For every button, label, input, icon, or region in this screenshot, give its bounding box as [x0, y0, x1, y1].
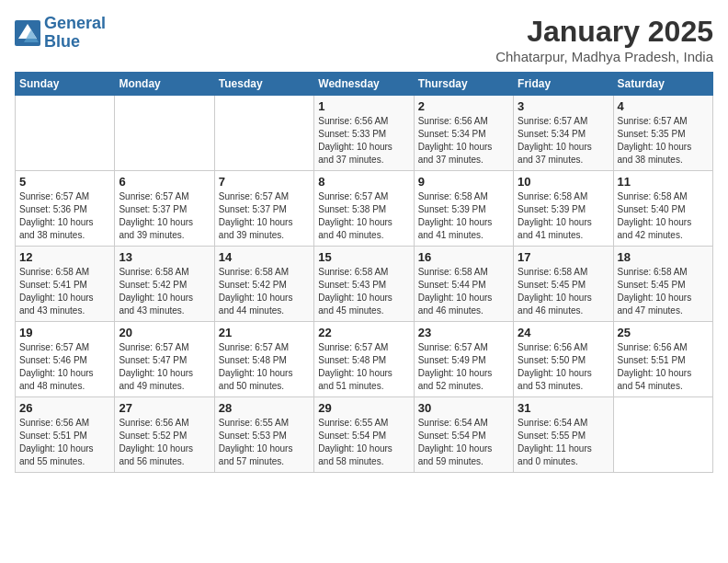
cell-text: Sunrise: 6:57 AMSunset: 5:48 PMDaylight:… — [219, 341, 310, 393]
day-number: 20 — [119, 326, 210, 339]
cell-text: Sunrise: 6:56 AMSunset: 5:51 PMDaylight:… — [19, 417, 110, 468]
calendar-cell: 26Sunrise: 6:56 AMSunset: 5:51 PMDayligh… — [16, 397, 115, 473]
day-number: 10 — [518, 175, 609, 189]
cell-text: Sunrise: 6:57 AMSunset: 5:48 PMDaylight:… — [318, 341, 409, 393]
calendar-cell: 14Sunrise: 6:58 AMSunset: 5:42 PMDayligh… — [214, 247, 313, 322]
calendar-cell — [115, 96, 214, 171]
calendar-cell: 29Sunrise: 6:55 AMSunset: 5:54 PMDayligh… — [314, 397, 414, 473]
calendar-cell: 22Sunrise: 6:57 AMSunset: 5:48 PMDayligh… — [314, 322, 414, 397]
day-number: 14 — [219, 250, 310, 264]
day-number: 1 — [318, 99, 409, 113]
calendar-cell: 4Sunrise: 6:57 AMSunset: 5:35 PMDaylight… — [613, 96, 712, 171]
calendar-title: January 2025 — [495, 15, 713, 49]
cell-text: Sunrise: 6:56 AMSunset: 5:33 PMDaylight:… — [318, 115, 409, 167]
cell-text: Sunrise: 6:56 AMSunset: 5:50 PMDaylight:… — [518, 341, 609, 393]
day-number: 11 — [618, 175, 709, 189]
calendar-cell: 20Sunrise: 6:57 AMSunset: 5:47 PMDayligh… — [115, 322, 214, 397]
cell-text: Sunrise: 6:57 AMSunset: 5:37 PMDaylight:… — [119, 190, 210, 242]
cell-text: Sunrise: 6:58 AMSunset: 5:45 PMDaylight:… — [518, 266, 609, 317]
calendar-cell: 31Sunrise: 6:54 AMSunset: 5:55 PMDayligh… — [514, 397, 613, 473]
weekday-header: Tuesday — [214, 73, 313, 96]
weekday-header: Wednesday — [314, 73, 414, 96]
day-number: 7 — [219, 175, 310, 189]
calendar-week-row: 12Sunrise: 6:58 AMSunset: 5:41 PMDayligh… — [16, 247, 713, 322]
day-number: 24 — [518, 326, 609, 339]
calendar-cell: 15Sunrise: 6:58 AMSunset: 5:43 PMDayligh… — [314, 247, 414, 322]
day-number: 27 — [119, 401, 210, 415]
cell-text: Sunrise: 6:55 AMSunset: 5:53 PMDaylight:… — [219, 417, 310, 468]
calendar-week-row: 1Sunrise: 6:56 AMSunset: 5:33 PMDaylight… — [16, 96, 713, 171]
cell-text: Sunrise: 6:58 AMSunset: 5:42 PMDaylight:… — [219, 266, 310, 317]
cell-text: Sunrise: 6:57 AMSunset: 5:38 PMDaylight:… — [318, 190, 409, 242]
day-number: 25 — [618, 326, 709, 339]
day-number: 29 — [318, 401, 409, 415]
calendar-cell: 24Sunrise: 6:56 AMSunset: 5:50 PMDayligh… — [514, 322, 613, 397]
calendar-cell: 19Sunrise: 6:57 AMSunset: 5:46 PMDayligh… — [16, 322, 115, 397]
logo-text: General Blue — [44, 15, 106, 52]
day-number: 19 — [19, 326, 110, 339]
calendar-cell: 17Sunrise: 6:58 AMSunset: 5:45 PMDayligh… — [514, 247, 613, 322]
logo-icon — [15, 20, 40, 46]
cell-text: Sunrise: 6:58 AMSunset: 5:45 PMDaylight:… — [618, 266, 709, 317]
day-number: 16 — [418, 250, 509, 264]
weekday-header: Friday — [514, 73, 613, 96]
day-number: 23 — [418, 326, 509, 339]
calendar-week-row: 19Sunrise: 6:57 AMSunset: 5:46 PMDayligh… — [16, 322, 713, 397]
day-number: 17 — [518, 250, 609, 264]
calendar-cell: 23Sunrise: 6:57 AMSunset: 5:49 PMDayligh… — [414, 322, 513, 397]
day-number: 22 — [318, 326, 409, 339]
day-number: 12 — [19, 250, 110, 264]
calendar-week-row: 26Sunrise: 6:56 AMSunset: 5:51 PMDayligh… — [16, 397, 713, 473]
day-number: 2 — [418, 99, 509, 113]
calendar-cell: 3Sunrise: 6:57 AMSunset: 5:34 PMDaylight… — [514, 96, 613, 171]
day-number: 30 — [418, 401, 509, 415]
cell-text: Sunrise: 6:56 AMSunset: 5:52 PMDaylight:… — [119, 417, 210, 468]
calendar-cell: 1Sunrise: 6:56 AMSunset: 5:33 PMDaylight… — [314, 96, 414, 171]
cell-text: Sunrise: 6:58 AMSunset: 5:44 PMDaylight:… — [418, 266, 509, 317]
calendar-table: SundayMondayTuesdayWednesdayThursdayFrid… — [15, 72, 713, 473]
day-number: 3 — [518, 99, 609, 113]
cell-text: Sunrise: 6:58 AMSunset: 5:42 PMDaylight:… — [119, 266, 210, 317]
day-number: 4 — [618, 99, 709, 113]
cell-text: Sunrise: 6:58 AMSunset: 5:40 PMDaylight:… — [618, 190, 709, 242]
cell-text: Sunrise: 6:58 AMSunset: 5:39 PMDaylight:… — [418, 190, 509, 242]
cell-text: Sunrise: 6:58 AMSunset: 5:41 PMDaylight:… — [19, 266, 110, 317]
cell-text: Sunrise: 6:57 AMSunset: 5:37 PMDaylight:… — [219, 190, 310, 242]
calendar-cell: 28Sunrise: 6:55 AMSunset: 5:53 PMDayligh… — [214, 397, 313, 473]
day-number: 18 — [618, 250, 709, 264]
calendar-cell: 8Sunrise: 6:57 AMSunset: 5:38 PMDaylight… — [314, 171, 414, 247]
day-number: 13 — [119, 250, 210, 264]
calendar-cell — [16, 96, 115, 171]
day-number: 28 — [219, 401, 310, 415]
day-number: 15 — [318, 250, 409, 264]
calendar-cell: 9Sunrise: 6:58 AMSunset: 5:39 PMDaylight… — [414, 171, 513, 247]
calendar-cell: 10Sunrise: 6:58 AMSunset: 5:39 PMDayligh… — [514, 171, 613, 247]
cell-text: Sunrise: 6:57 AMSunset: 5:46 PMDaylight:… — [19, 341, 110, 393]
cell-text: Sunrise: 6:57 AMSunset: 5:47 PMDaylight:… — [119, 341, 210, 393]
page-header: General Blue January 2025 Chhatarpur, Ma… — [15, 15, 713, 64]
calendar-cell: 2Sunrise: 6:56 AMSunset: 5:34 PMDaylight… — [414, 96, 513, 171]
weekday-header-row: SundayMondayTuesdayWednesdayThursdayFrid… — [16, 73, 713, 96]
calendar-cell: 7Sunrise: 6:57 AMSunset: 5:37 PMDaylight… — [214, 171, 313, 247]
logo: General Blue — [15, 15, 106, 52]
cell-text: Sunrise: 6:58 AMSunset: 5:39 PMDaylight:… — [518, 190, 609, 242]
calendar-cell — [613, 397, 712, 473]
cell-text: Sunrise: 6:57 AMSunset: 5:36 PMDaylight:… — [19, 190, 110, 242]
calendar-cell: 18Sunrise: 6:58 AMSunset: 5:45 PMDayligh… — [613, 247, 712, 322]
cell-text: Sunrise: 6:55 AMSunset: 5:54 PMDaylight:… — [318, 417, 409, 468]
calendar-cell: 16Sunrise: 6:58 AMSunset: 5:44 PMDayligh… — [414, 247, 513, 322]
calendar-cell: 6Sunrise: 6:57 AMSunset: 5:37 PMDaylight… — [115, 171, 214, 247]
cell-text: Sunrise: 6:54 AMSunset: 5:54 PMDaylight:… — [418, 417, 509, 468]
cell-text: Sunrise: 6:57 AMSunset: 5:34 PMDaylight:… — [518, 115, 609, 167]
cell-text: Sunrise: 6:56 AMSunset: 5:34 PMDaylight:… — [418, 115, 509, 167]
calendar-cell: 12Sunrise: 6:58 AMSunset: 5:41 PMDayligh… — [16, 247, 115, 322]
weekday-header: Sunday — [16, 73, 115, 96]
calendar-cell — [214, 96, 313, 171]
calendar-week-row: 5Sunrise: 6:57 AMSunset: 5:36 PMDaylight… — [16, 171, 713, 247]
day-number: 8 — [318, 175, 409, 189]
calendar-cell: 13Sunrise: 6:58 AMSunset: 5:42 PMDayligh… — [115, 247, 214, 322]
cell-text: Sunrise: 6:58 AMSunset: 5:43 PMDaylight:… — [318, 266, 409, 317]
day-number: 26 — [19, 401, 110, 415]
cell-text: Sunrise: 6:57 AMSunset: 5:35 PMDaylight:… — [618, 115, 709, 167]
calendar-cell: 5Sunrise: 6:57 AMSunset: 5:36 PMDaylight… — [16, 171, 115, 247]
